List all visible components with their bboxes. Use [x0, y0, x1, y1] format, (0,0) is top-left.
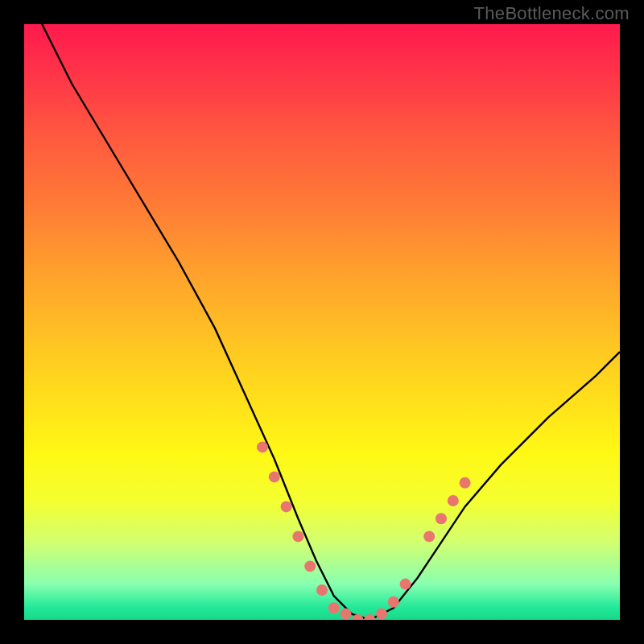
highlight-marker	[460, 477, 471, 489]
chart-svg	[24, 24, 620, 620]
highlight-marker	[376, 609, 387, 620]
marker-group	[257, 441, 471, 620]
highlight-marker	[281, 501, 292, 512]
highlight-marker	[328, 602, 340, 613]
highlight-marker	[292, 530, 303, 542]
highlight-marker	[316, 584, 328, 596]
highlight-marker	[388, 597, 399, 608]
highlight-marker	[448, 495, 459, 506]
highlight-marker	[269, 471, 280, 482]
highlight-marker	[257, 441, 268, 452]
highlight-marker	[436, 513, 447, 524]
watermark-text: TheBottleneck.com	[474, 3, 630, 24]
highlight-marker	[341, 609, 352, 620]
highlight-marker	[423, 530, 435, 542]
highlight-marker	[304, 560, 316, 572]
highlight-marker	[364, 614, 375, 620]
plot-area	[24, 24, 620, 620]
bottleneck-curve	[42, 24, 620, 620]
curve-path-group	[42, 24, 620, 620]
highlight-marker	[400, 579, 411, 590]
